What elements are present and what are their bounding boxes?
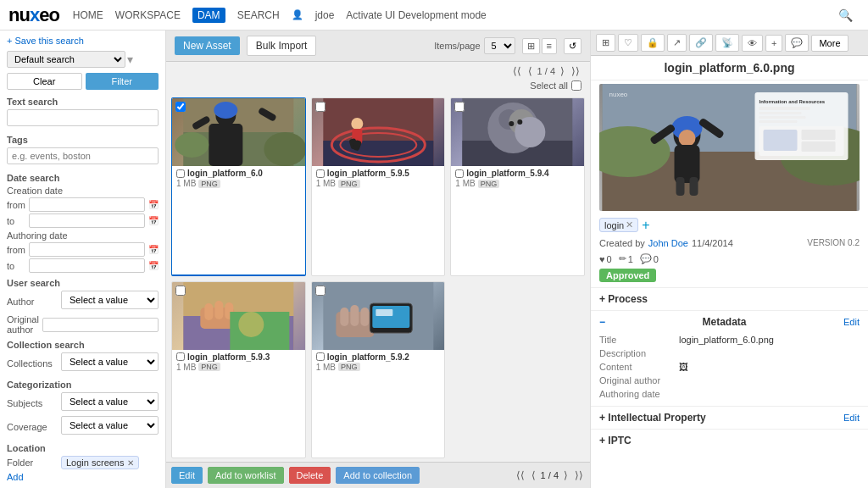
asset-card-1[interactable]: login_platform_6.0 1 MB PNG <box>171 97 306 276</box>
asset-inner-check-2[interactable] <box>316 169 325 178</box>
asset-checkbox-4[interactable] <box>175 286 186 296</box>
refresh-button[interactable]: ↺ <box>564 38 581 54</box>
collections-select[interactable]: Select a value <box>61 352 159 371</box>
add-worklist-button[interactable]: Add to worklist <box>208 467 284 484</box>
rp-comment-icon[interactable]: 💬 <box>785 34 809 52</box>
svg-rect-63 <box>802 130 836 140</box>
rp-wifi-icon[interactable]: 📡 <box>715 34 739 52</box>
creation-date-from-input[interactable] <box>29 197 145 212</box>
coverage-select[interactable]: Select a value <box>61 416 159 435</box>
rp-more-button[interactable]: More <box>811 35 848 52</box>
field-description: Description <box>599 347 860 360</box>
text-search-input[interactable] <box>7 109 159 126</box>
likes-count: ♥ 0 <box>599 254 612 264</box>
grid-view-button[interactable]: ⊞ <box>522 38 540 54</box>
nav-home[interactable]: HOME <box>73 9 103 21</box>
delete-button[interactable]: Delete <box>289 467 331 484</box>
nav-search[interactable]: SEARCH <box>237 9 280 21</box>
asset-inner-check-1[interactable] <box>176 169 185 178</box>
pagination-top: ⟨⟨ ⟨ 1 / 4 ⟩ ⟩⟩ <box>166 62 590 80</box>
ip-edit-button[interactable]: Edit <box>843 413 860 423</box>
select-all-label: Select all <box>530 80 568 91</box>
rp-grid-icon[interactable]: ⊞ <box>596 34 615 52</box>
calendar-to-icon[interactable]: 📅 <box>148 216 159 225</box>
authoring-cal-from-icon[interactable]: 📅 <box>148 245 159 254</box>
calendar-from-icon[interactable]: 📅 <box>148 200 159 209</box>
asset-card-2[interactable]: login_platform_5.9.5 1 MB PNG <box>311 97 446 276</box>
add-folder-link[interactable]: Add <box>7 472 24 482</box>
filter-button[interactable]: Filter <box>86 73 159 90</box>
rp-add-icon[interactable]: + <box>765 35 782 52</box>
folder-tag-remove[interactable]: ✕ <box>127 458 134 468</box>
tags-input[interactable] <box>7 147 159 164</box>
view-icons-group: ⊞ ≡ <box>522 38 557 54</box>
tag-add-button[interactable]: + <box>642 219 649 232</box>
rp-link-icon[interactable]: 🔗 <box>689 34 713 52</box>
logo[interactable]: nuxeo <box>8 4 59 26</box>
list-view-button[interactable]: ≡ <box>542 38 557 54</box>
rp-eye-icon[interactable]: 👁 <box>742 35 763 52</box>
items-per-page-select[interactable]: 5 <box>484 37 515 54</box>
asset-checkbox-3[interactable] <box>454 102 465 112</box>
nav-dam[interactable]: DAM <box>192 8 225 23</box>
nav-dev-mode[interactable]: Activate UI Development mode <box>346 9 486 21</box>
bottom-last-page-button[interactable]: ⟩⟩ <box>573 469 585 481</box>
svg-text:nuxeo: nuxeo <box>609 91 628 98</box>
ip-section-header[interactable]: + Intellectual Property Edit <box>599 412 860 424</box>
creation-date-to-input[interactable] <box>29 214 145 228</box>
asset-card-3[interactable]: login_platform_5.9.4 1 MB PNG <box>450 97 585 276</box>
authoring-date-to-row: to 📅 <box>7 258 159 273</box>
asset-inner-check-5[interactable] <box>316 352 325 361</box>
asset-checkbox-1[interactable] <box>175 102 186 112</box>
field-original-author: Original author <box>599 374 860 387</box>
prev-page-button[interactable]: ⟨ <box>526 65 534 77</box>
clear-button[interactable]: Clear <box>7 73 82 90</box>
asset-name-2: login_platform_5.9.5 <box>316 169 441 178</box>
original-author-input[interactable] <box>42 318 159 332</box>
last-page-button[interactable]: ⟩⟩ <box>570 65 581 77</box>
metadata-section-header[interactable]: − Metadata Edit <box>599 316 860 328</box>
iptc-section-header[interactable]: + IPTC <box>599 435 860 446</box>
status-area: Approved <box>591 267 868 287</box>
authoring-date-to-input[interactable] <box>29 258 145 273</box>
save-search-button[interactable]: + Save this search <box>7 36 84 46</box>
original-author-field-label: Original author <box>599 375 676 385</box>
subjects-select[interactable]: Select a value <box>61 392 159 411</box>
tag-remove-icon[interactable]: ✕ <box>626 219 633 230</box>
main-layout: + Save this search Default search ▾ Clea… <box>0 30 868 488</box>
add-collection-button[interactable]: Add to collection <box>336 467 420 484</box>
rp-lock-icon[interactable]: 🔒 <box>641 34 665 52</box>
first-page-button[interactable]: ⟨⟨ <box>511 65 523 77</box>
nav-workspace[interactable]: WORKSPACE <box>115 9 181 21</box>
bulk-import-button[interactable]: Bulk Import <box>247 36 317 56</box>
center-toolbar: New Asset Bulk Import Items/page 5 ⊞ ≡ ↺ <box>166 30 590 62</box>
asset-inner-check-4[interactable] <box>176 352 185 361</box>
edit-button[interactable]: Edit <box>171 467 203 484</box>
asset-thumb-1 <box>172 98 305 166</box>
search-button[interactable]: 🔍 <box>832 5 860 25</box>
preset-settings-icon[interactable]: ▾ <box>127 53 133 66</box>
asset-checkbox-2[interactable] <box>315 102 326 112</box>
rp-share-icon[interactable]: ↗ <box>667 34 687 52</box>
author-select[interactable]: Select a value <box>61 291 159 309</box>
next-page-button[interactable]: ⟩ <box>559 65 566 77</box>
select-all-checkbox[interactable] <box>571 80 581 91</box>
process-section-header[interactable]: + Process <box>599 293 860 305</box>
rp-heart-icon[interactable]: ♡ <box>618 34 638 52</box>
authoring-cal-to-icon[interactable]: 📅 <box>148 261 159 270</box>
asset-checkbox-5[interactable] <box>315 286 326 296</box>
asset-card-4[interactable]: login_platform_5.9.3 1 MB PNG <box>171 281 306 459</box>
nav-user[interactable]: jdoe <box>315 9 335 21</box>
asset-card-5[interactable]: login_platform_5.9.2 1 MB PNG <box>311 281 446 459</box>
metadata-edit-button[interactable]: Edit <box>843 317 860 327</box>
asset-inner-check-3[interactable] <box>455 169 464 178</box>
search-preset-select[interactable]: Default search <box>7 51 125 68</box>
bottom-next-page-button[interactable]: ⟩ <box>562 469 570 481</box>
author-link[interactable]: John Doe <box>648 238 688 248</box>
bottom-prev-page-button[interactable]: ⟨ <box>530 469 537 481</box>
authoring-date-from-input[interactable] <box>29 242 145 257</box>
right-panel: ⊞ ♡ 🔒 ↗ 🔗 📡 👁 + 💬 More login_platform_6.… <box>590 30 868 488</box>
new-asset-button[interactable]: New Asset <box>175 36 240 55</box>
rp-meta-created: Created by John Doe 11/4/2014 VERSION 0.… <box>591 236 868 251</box>
bottom-first-page-button[interactable]: ⟨⟨ <box>515 469 526 481</box>
